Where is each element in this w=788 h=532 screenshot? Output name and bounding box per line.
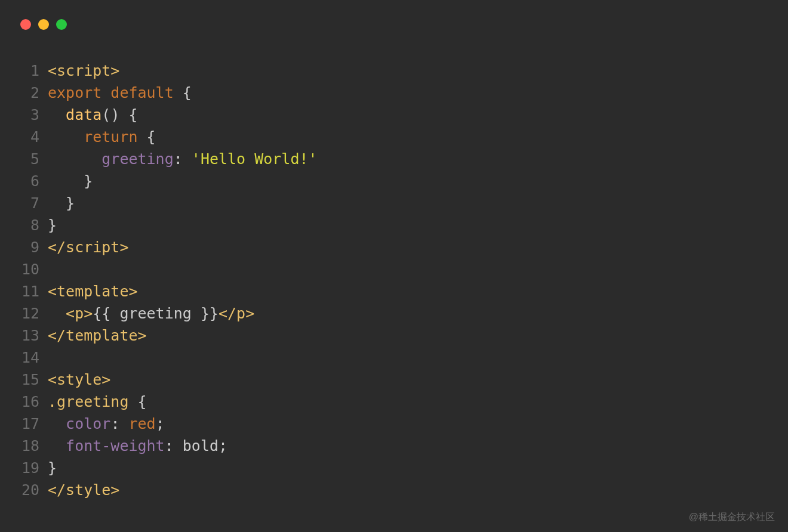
line-number: 18: [0, 435, 48, 457]
code-line[interactable]: 5 greeting: 'Hello World!': [0, 148, 788, 170]
code-content[interactable]: export default {: [48, 82, 192, 104]
line-number: 3: [0, 104, 48, 126]
code-content[interactable]: </style>: [48, 479, 119, 501]
code-content[interactable]: greeting: 'Hello World!': [48, 148, 318, 170]
code-line[interactable]: 9</script>: [0, 236, 788, 258]
code-content[interactable]: }: [48, 214, 57, 236]
minimize-icon[interactable]: [38, 19, 49, 30]
line-number: 14: [0, 347, 48, 369]
code-content[interactable]: <style>: [48, 369, 110, 391]
code-line[interactable]: 15<style>: [0, 369, 788, 391]
line-number: 10: [0, 258, 48, 280]
code-line[interactable]: 14: [0, 347, 788, 369]
watermark: @稀土掘金技术社区: [689, 511, 775, 524]
code-content[interactable]: data() {: [48, 104, 138, 126]
line-number: 2: [0, 82, 48, 104]
code-content[interactable]: }: [48, 192, 75, 214]
line-number: 12: [0, 302, 48, 324]
code-content[interactable]: </script>: [48, 236, 128, 258]
code-content[interactable]: <template>: [48, 280, 138, 302]
line-number: 8: [0, 214, 48, 236]
line-number: 9: [0, 236, 48, 258]
code-line[interactable]: 13</template>: [0, 324, 788, 347]
line-number: 20: [0, 479, 48, 501]
close-icon[interactable]: [20, 19, 31, 30]
code-content[interactable]: font-weight: bold;: [48, 435, 227, 457]
code-line[interactable]: 11<template>: [0, 280, 788, 302]
code-line[interactable]: 18 font-weight: bold;: [0, 435, 788, 457]
code-content[interactable]: .greeting {: [48, 391, 147, 413]
line-number: 4: [0, 126, 48, 148]
code-line[interactable]: 16.greeting {: [0, 391, 788, 413]
code-content[interactable]: return {: [48, 126, 156, 148]
line-number: 16: [0, 391, 48, 413]
line-number: 19: [0, 457, 48, 479]
code-line[interactable]: 8}: [0, 214, 788, 236]
line-number: 11: [0, 280, 48, 302]
code-line[interactable]: 3 data() {: [0, 104, 788, 126]
code-line[interactable]: 6 }: [0, 170, 788, 192]
code-line[interactable]: 7 }: [0, 192, 788, 214]
line-number: 7: [0, 192, 48, 214]
code-line[interactable]: 19}: [0, 457, 788, 479]
line-number: 13: [0, 324, 48, 347]
code-line[interactable]: 17 color: red;: [0, 413, 788, 435]
code-line[interactable]: 1<script>: [0, 60, 788, 82]
traffic-lights: [0, 0, 788, 30]
code-line[interactable]: 20</style>: [0, 479, 788, 501]
line-number: 6: [0, 170, 48, 192]
maximize-icon[interactable]: [56, 19, 67, 30]
code-content[interactable]: color: red;: [48, 413, 165, 435]
code-line[interactable]: 4 return {: [0, 126, 788, 148]
code-content[interactable]: <p>{{ greeting }}</p>: [48, 302, 254, 324]
code-editor[interactable]: 1<script>2export default {3 data() {4 re…: [0, 30, 788, 501]
line-number: 5: [0, 148, 48, 170]
line-number: 15: [0, 369, 48, 391]
code-content[interactable]: }: [48, 457, 57, 479]
code-content[interactable]: </template>: [48, 324, 147, 347]
code-line[interactable]: 12 <p>{{ greeting }}</p>: [0, 302, 788, 324]
code-line[interactable]: 10: [0, 258, 788, 280]
line-number: 17: [0, 413, 48, 435]
line-number: 1: [0, 60, 48, 82]
code-line[interactable]: 2export default {: [0, 82, 788, 104]
code-content[interactable]: <script>: [48, 60, 119, 82]
code-content[interactable]: }: [48, 170, 93, 192]
